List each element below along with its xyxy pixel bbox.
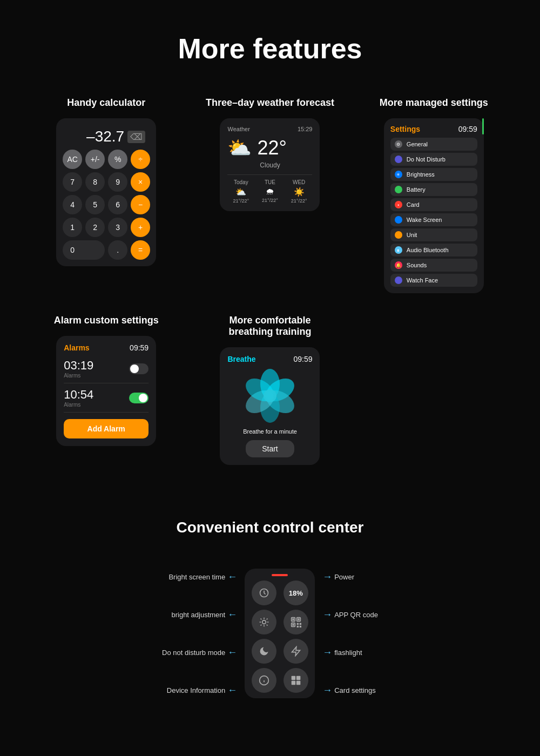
calc-btn-2[interactable]: 2 bbox=[85, 218, 105, 237]
svg-rect-20 bbox=[298, 618, 299, 620]
settings-label-battery: Battery bbox=[407, 186, 426, 193]
control-layout: Bright screen time ← bright adjustment ←… bbox=[32, 558, 508, 709]
control-label-qr-code: → APP QR code bbox=[320, 596, 378, 633]
settings-label-unit: Unit bbox=[407, 232, 417, 238]
control-buttons-grid: 18% bbox=[250, 580, 309, 693]
alarm-title: Alarm custom settings bbox=[54, 315, 159, 326]
ctrl-btn-battery-percent: 18% bbox=[284, 580, 308, 605]
backspace-icon[interactable]: ⌫ bbox=[127, 131, 145, 143]
forecast-icon-0: ⛅ bbox=[227, 187, 254, 197]
weather-title: Three–day weather forecast bbox=[206, 97, 334, 109]
arrow-bright-adj: ← bbox=[227, 609, 237, 620]
control-label-device-info: Device Information ← bbox=[167, 671, 239, 709]
alarm-header: Alarms 09:59 bbox=[64, 343, 148, 352]
dot-sounds: 🔔 bbox=[395, 261, 402, 269]
arrow-device-info: ← bbox=[227, 685, 237, 696]
ctrl-btn-card-settings[interactable] bbox=[284, 668, 308, 693]
arrow-dnd: ← bbox=[227, 647, 237, 658]
calc-btn-plus[interactable]: + bbox=[131, 218, 150, 237]
page-title: More features bbox=[0, 32, 540, 65]
alarm-time-1: 03:19 bbox=[64, 359, 93, 373]
settings-widget: Settings 09:59 ⚙ General Do Not Disturb … bbox=[384, 118, 484, 293]
settings-section-title: More managed settings bbox=[380, 97, 488, 109]
settings-title: Settings bbox=[390, 125, 420, 133]
settings-item-donotdisturb[interactable]: Do Not Disturb bbox=[390, 153, 477, 166]
calc-btn-ac[interactable]: AC bbox=[63, 150, 82, 169]
breathe-start-button[interactable]: Start bbox=[246, 440, 294, 457]
breathe-title-text: Breathe bbox=[227, 355, 255, 363]
settings-item-battery[interactable]: Battery bbox=[390, 183, 477, 196]
settings-item-watchface[interactable]: Watch Face bbox=[390, 274, 477, 287]
ctrl-btn-qr[interactable] bbox=[284, 610, 308, 634]
calc-btn-9[interactable]: 9 bbox=[108, 172, 127, 192]
settings-item-unit[interactable]: Unit bbox=[390, 228, 477, 241]
breathe-title: More comfortablebreathing training bbox=[228, 315, 311, 338]
add-alarm-button[interactable]: Add Alarm bbox=[64, 419, 148, 438]
calc-btn-percent[interactable]: % bbox=[108, 150, 127, 169]
calc-btn-3[interactable]: 3 bbox=[108, 218, 127, 237]
weather-section: Three–day weather forecast Weather 15:29… bbox=[196, 97, 343, 293]
settings-item-sounds[interactable]: 🔔 Sounds bbox=[390, 259, 477, 272]
toggle-knob-2 bbox=[139, 394, 147, 402]
svg-line-15 bbox=[260, 625, 261, 626]
calc-btn-dot[interactable]: . bbox=[108, 240, 127, 260]
breathe-time: 09:59 bbox=[293, 355, 312, 363]
settings-header: Settings 09:59 bbox=[390, 125, 477, 133]
control-label-bright-adj: bright adjustment ← bbox=[171, 596, 239, 633]
dot-audiobluetooth: ʙ bbox=[395, 246, 402, 254]
calc-btn-divide[interactable]: ÷ bbox=[131, 150, 150, 169]
weather-time: 15:29 bbox=[298, 126, 313, 132]
features-grid: Handy calculator –32.7 ⌫ AC +/- % ÷ 7 8 … bbox=[0, 86, 540, 497]
calc-btn-1[interactable]: 1 bbox=[63, 218, 82, 237]
settings-label-audiobluetooth: Audio Bluetooth bbox=[407, 247, 449, 253]
weather-main: ⛅ 22° bbox=[227, 137, 312, 159]
svg-rect-18 bbox=[292, 618, 294, 620]
hero-section: More features bbox=[0, 0, 540, 86]
calc-btn-7[interactable]: 7 bbox=[63, 172, 82, 192]
calc-btn-0[interactable]: 0 bbox=[63, 240, 105, 260]
forecast-label-0: Today bbox=[227, 179, 254, 185]
ctrl-btn-flashlight[interactable] bbox=[284, 639, 308, 664]
calc-btn-minus[interactable]: − bbox=[131, 195, 150, 214]
forecast-day-tue: TUE 🌧 21°/22° bbox=[256, 179, 284, 204]
forecast-label-2: WED bbox=[286, 179, 313, 185]
calc-btn-equals[interactable]: = bbox=[131, 240, 150, 260]
alarm-toggle-2[interactable] bbox=[129, 393, 148, 403]
svg-line-11 bbox=[260, 619, 261, 620]
calc-btn-5[interactable]: 5 bbox=[85, 195, 105, 214]
ctrl-btn-dnd[interactable] bbox=[252, 639, 276, 664]
weather-desc: Cloudy bbox=[227, 161, 312, 169]
breathe-message: Breathe for a minute bbox=[227, 428, 312, 435]
alarm-section: Alarm custom settings Alarms 09:59 03:19… bbox=[32, 315, 180, 465]
arrow-card-settings: → bbox=[322, 685, 332, 696]
alarm-time-hdr: 09:59 bbox=[130, 343, 148, 352]
settings-item-wakescreen[interactable]: Wake Screen bbox=[390, 213, 477, 226]
calc-btn-6[interactable]: 6 bbox=[108, 195, 127, 214]
settings-item-general[interactable]: ⚙ General bbox=[390, 138, 477, 151]
ctrl-btn-device-info[interactable] bbox=[252, 668, 276, 693]
calc-btn-8[interactable]: 8 bbox=[85, 172, 105, 192]
ctrl-btn-brightness[interactable] bbox=[252, 610, 276, 634]
control-label-bright-screen: Bright screen time ← bbox=[168, 558, 239, 596]
dot-battery bbox=[395, 186, 402, 193]
settings-item-brightness[interactable]: ✳ Brightness bbox=[390, 168, 477, 181]
svg-rect-22 bbox=[292, 624, 294, 625]
calc-buttons: AC +/- % ÷ 7 8 9 × 4 5 6 − 1 2 3 + 0 . = bbox=[63, 150, 150, 260]
device-battery-bar bbox=[272, 574, 288, 576]
forecast-icon-2: ☀️ bbox=[286, 187, 313, 197]
svg-rect-32 bbox=[296, 676, 301, 680]
settings-item-card[interactable]: ▪ Card bbox=[390, 198, 477, 211]
calc-btn-4[interactable]: 4 bbox=[63, 195, 82, 214]
calc-btn-multiply[interactable]: × bbox=[131, 172, 150, 192]
calc-btn-plusminus[interactable]: +/- bbox=[85, 150, 105, 169]
alarm-toggle-1[interactable] bbox=[129, 363, 148, 374]
svg-rect-26 bbox=[299, 626, 301, 627]
weather-temp: 22° bbox=[257, 137, 286, 159]
settings-item-audiobluetooth[interactable]: ʙ Audio Bluetooth bbox=[390, 244, 477, 256]
ctrl-btn-screen-time[interactable] bbox=[252, 580, 276, 605]
dot-wakescreen bbox=[395, 216, 402, 224]
weather-icon-big: ⛅ bbox=[227, 137, 252, 159]
control-device: 18% bbox=[245, 569, 315, 698]
empty-cell bbox=[360, 315, 508, 465]
calculator-widget: –32.7 ⌫ AC +/- % ÷ 7 8 9 × 4 5 6 − 1 2 3… bbox=[56, 118, 156, 266]
